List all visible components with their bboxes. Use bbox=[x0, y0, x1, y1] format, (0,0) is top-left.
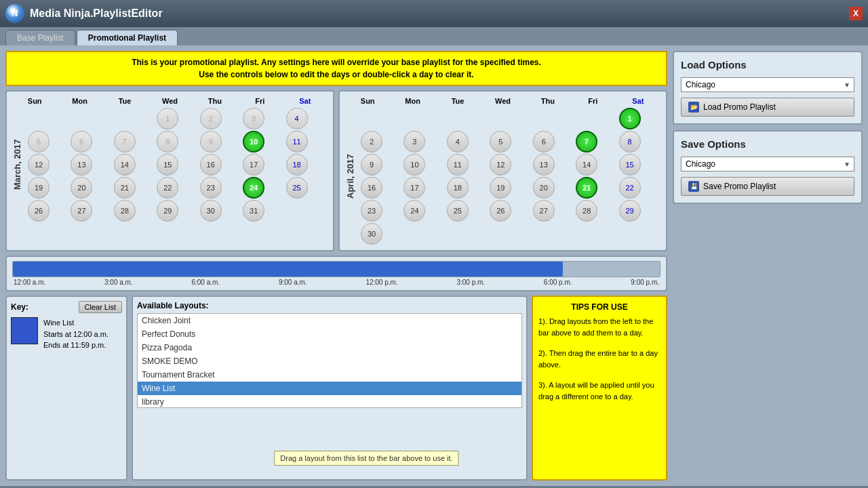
april-day[interactable]: 10 bbox=[403, 154, 425, 176]
march-day[interactable]: 25 bbox=[286, 177, 308, 199]
april-day bbox=[533, 108, 555, 129]
april-day[interactable]: 18 bbox=[447, 177, 469, 199]
april-day[interactable]: 30 bbox=[361, 223, 382, 245]
april-day bbox=[403, 223, 425, 245]
april-day[interactable]: 19 bbox=[490, 177, 511, 199]
tooltip-bubble: Drag a layout from this list to the bar … bbox=[274, 451, 458, 466]
april-day[interactable]: 20 bbox=[533, 177, 555, 199]
march-day[interactable]: 23 bbox=[200, 177, 222, 199]
march-calendar: Sun Mon Tue Wed Thu Fri Sat March, 2017 … bbox=[5, 90, 334, 251]
layout-item[interactable]: library bbox=[138, 395, 521, 408]
march-day[interactable]: 27 bbox=[71, 200, 92, 222]
load-location-select-wrapper[interactable]: Chicago New York Los Angeles bbox=[681, 77, 854, 92]
layout-item[interactable]: Perfect Donuts bbox=[138, 327, 521, 341]
save-options-title: Save Options bbox=[681, 138, 854, 150]
march-day[interactable]: 4 bbox=[286, 108, 308, 129]
key-item: Wine List Starts at 12:00 a.m. Ends at 1… bbox=[11, 317, 122, 351]
layout-item[interactable]: SMOKE DEMO bbox=[138, 354, 521, 368]
march-day[interactable]: 11 bbox=[286, 131, 308, 152]
key-item-text: Wine List Starts at 12:00 a.m. Ends at 1… bbox=[43, 317, 108, 351]
key-item-start: Starts at 12:00 a.m. bbox=[43, 329, 108, 340]
march-calendar-headers: Sun Mon Tue Wed Thu Fri Sat bbox=[12, 97, 328, 105]
march-day[interactable]: 3 bbox=[243, 108, 264, 129]
april-day[interactable]: 28 bbox=[576, 200, 597, 222]
march-day[interactable]: 28 bbox=[114, 200, 136, 222]
march-day[interactable]: 21 bbox=[114, 177, 136, 199]
april-day[interactable]: 17 bbox=[403, 177, 425, 199]
march-day[interactable]: 31 bbox=[243, 200, 264, 222]
march-day[interactable]: 26 bbox=[28, 200, 50, 222]
april-day[interactable]: 6 bbox=[533, 131, 555, 152]
april-day[interactable]: 29 bbox=[619, 200, 641, 222]
march-day[interactable]: 17 bbox=[243, 154, 264, 176]
march-day[interactable]: 6 bbox=[71, 131, 92, 152]
save-options-box: Save Options Chicago New York Los Angele… bbox=[673, 130, 863, 204]
march-day[interactable]: 19 bbox=[28, 177, 50, 199]
april-day[interactable]: 27 bbox=[533, 200, 555, 222]
april-day[interactable]: 24 bbox=[403, 200, 425, 222]
timeline-bar-container[interactable] bbox=[12, 261, 660, 277]
app-icon: N bbox=[5, 4, 24, 23]
march-day[interactable]: 15 bbox=[157, 154, 178, 176]
april-day[interactable]: 11 bbox=[447, 154, 469, 176]
april-day[interactable]: 5 bbox=[490, 131, 511, 152]
layouts-list[interactable]: Chicken JointPerfect DonutsPizza PagodaS… bbox=[137, 313, 522, 408]
march-days-grid: 1234567891011121314151617181920212223242… bbox=[28, 108, 328, 222]
march-day[interactable]: 1 bbox=[157, 108, 178, 129]
march-day[interactable]: 29 bbox=[157, 200, 178, 222]
april-day[interactable]: 26 bbox=[490, 200, 511, 222]
april-day[interactable]: 8 bbox=[619, 131, 641, 152]
april-day[interactable]: 13 bbox=[533, 154, 555, 176]
april-day[interactable]: 1 bbox=[619, 108, 641, 129]
march-day[interactable]: 2 bbox=[200, 108, 222, 129]
march-day[interactable]: 22 bbox=[157, 177, 178, 199]
march-day[interactable]: 14 bbox=[114, 154, 136, 176]
april-day[interactable]: 7 bbox=[576, 131, 597, 152]
close-button[interactable]: X bbox=[849, 7, 863, 20]
layouts-label: Available Layouts: bbox=[137, 301, 522, 310]
april-day[interactable]: 4 bbox=[447, 131, 469, 152]
layout-item[interactable]: Wine List bbox=[138, 382, 521, 395]
layout-item[interactable]: Tournament Bracket bbox=[138, 368, 521, 382]
load-icon: 📂 bbox=[688, 102, 699, 113]
key-item-end: Ends at 11:59 p.m. bbox=[43, 340, 108, 351]
layout-item[interactable]: Pizza Pagoda bbox=[138, 341, 521, 354]
april-day[interactable]: 21 bbox=[576, 177, 597, 199]
load-button-label: Load Promo Playlist bbox=[703, 102, 776, 112]
save-promo-playlist-button[interactable]: 💾 Save Promo Playlist bbox=[681, 177, 854, 196]
april-day[interactable]: 12 bbox=[490, 154, 511, 176]
march-day[interactable]: 7 bbox=[114, 131, 136, 152]
april-day[interactable]: 9 bbox=[361, 154, 382, 176]
april-day[interactable]: 16 bbox=[361, 177, 382, 199]
march-day[interactable]: 30 bbox=[200, 200, 222, 222]
april-day[interactable]: 3 bbox=[403, 131, 425, 152]
march-day[interactable]: 24 bbox=[243, 177, 264, 199]
march-day[interactable]: 18 bbox=[286, 154, 308, 176]
march-day[interactable]: 9 bbox=[200, 131, 222, 152]
layout-item[interactable]: Chicken Joint bbox=[138, 314, 521, 327]
march-day[interactable]: 20 bbox=[71, 177, 92, 199]
march-day[interactable]: 13 bbox=[71, 154, 92, 176]
april-day bbox=[576, 108, 597, 129]
april-day bbox=[490, 108, 511, 129]
march-day[interactable]: 16 bbox=[200, 154, 222, 176]
march-day[interactable]: 10 bbox=[243, 131, 264, 152]
tab-promotional-playlist[interactable]: Promotional Playlist bbox=[77, 30, 178, 45]
march-day[interactable]: 8 bbox=[157, 131, 178, 152]
load-promo-playlist-button[interactable]: 📂 Load Promo Playlist bbox=[681, 98, 854, 117]
march-day bbox=[28, 108, 50, 129]
save-location-select[interactable]: Chicago New York Los Angeles bbox=[681, 157, 854, 171]
april-day[interactable]: 22 bbox=[619, 177, 641, 199]
key-color-box bbox=[11, 317, 38, 344]
april-day[interactable]: 14 bbox=[576, 154, 597, 176]
march-day[interactable]: 5 bbox=[28, 131, 50, 152]
april-day[interactable]: 2 bbox=[361, 131, 382, 152]
april-day[interactable]: 25 bbox=[447, 200, 469, 222]
tab-base-playlist[interactable]: Base Playlist bbox=[5, 30, 75, 45]
save-location-select-wrapper[interactable]: Chicago New York Los Angeles bbox=[681, 157, 854, 171]
march-day[interactable]: 12 bbox=[28, 154, 50, 176]
clear-list-button[interactable]: Clear List bbox=[79, 301, 122, 313]
april-day[interactable]: 15 bbox=[619, 154, 641, 176]
april-day[interactable]: 23 bbox=[361, 200, 382, 222]
load-location-select[interactable]: Chicago New York Los Angeles bbox=[681, 77, 854, 92]
